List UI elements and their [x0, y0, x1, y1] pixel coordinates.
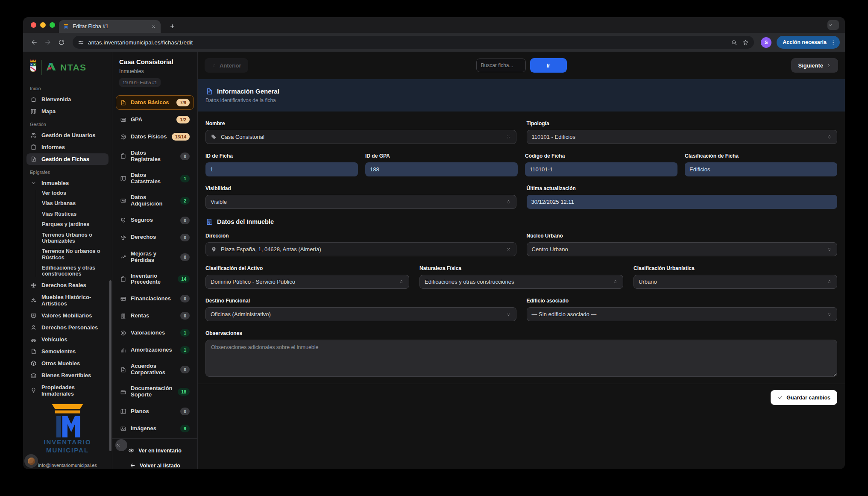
record-tab-seguros[interactable]: Seguros0 — [116, 213, 194, 228]
clasificacion-activo-select[interactable]: Dominio Público - Servicio Público — [205, 275, 409, 289]
sidebar-subitem-terrenos-no-urbanos-o-rusticos[interactable]: Terrenos No urbanos o Rústicos — [42, 248, 103, 261]
edificio-asociado-select[interactable]: — Sin edificio asociado — — [527, 307, 838, 321]
profile-avatar[interactable]: S — [761, 37, 771, 48]
record-tab-valoraciones[interactable]: Valoraciones1 — [116, 326, 194, 340]
cookie-icon — [28, 458, 35, 465]
sidebar-subitem-vias-urbanas[interactable]: Vías Urbanas — [42, 200, 103, 206]
home-icon — [30, 96, 37, 103]
save-button[interactable]: Guardar cambios — [771, 390, 837, 405]
address-bar[interactable]: antas.inventariomunicipal.es/fichas/1/ed… — [73, 36, 754, 49]
record-tab-financiaciones[interactable]: Financiaciones0 — [116, 291, 194, 306]
sidebar-item-mapa[interactable]: Mapa — [26, 106, 108, 117]
sidebar-subitem-ver-todos[interactable]: Ver todos — [42, 190, 103, 196]
back-button[interactable] — [28, 36, 40, 48]
naturaleza-fisica-select[interactable]: Edificaciones y otras construcciones — [419, 275, 623, 289]
site-info-icon[interactable] — [78, 39, 84, 46]
record-navigation-bar: Anterior Ir Siguiente — [198, 52, 845, 79]
sidebar-subitem-vias-rusticas[interactable]: Vías Rústicas — [42, 211, 103, 217]
go-button[interactable]: Ir — [530, 58, 567, 73]
record-tab-rentas[interactable]: Rentas0 — [116, 308, 194, 323]
sidebar-item-informes[interactable]: Informes — [26, 141, 108, 153]
panel-action-ver-en-inventario[interactable]: Ver en Inventario — [128, 447, 182, 454]
sidebar-item-valores-mobiliarios[interactable]: Valores Mobiliarios — [26, 310, 108, 321]
direccion-input[interactable]: Plaza España, 1, 04628, Antas (Almería) — [205, 242, 516, 256]
clear-nombre-icon[interactable] — [506, 134, 511, 140]
panel-action-volver-al-listado[interactable]: Volver al listado — [129, 462, 180, 469]
action-needed-button[interactable]: Acción necesaria — [777, 36, 840, 49]
previous-record-button[interactable]: Anterior — [205, 58, 248, 73]
sidebar-subitem-edificaciones-y-otras-construcciones[interactable]: Edificaciones y otras construcciones — [42, 265, 103, 277]
new-tab-button[interactable] — [167, 21, 177, 31]
record-tab-datos-basicos[interactable]: Datos Básicos7/9 — [116, 95, 194, 110]
browser-menu-icon[interactable] — [830, 39, 836, 46]
sidebar-item-gestion-de-usuarios[interactable]: Gestión de Usuarios — [26, 129, 108, 141]
collapse-panel-button[interactable] — [115, 439, 127, 451]
record-tab-documentacion-soporte[interactable]: Documentación Soporte18 — [116, 382, 194, 402]
record-tab-acuerdos-corporativos[interactable]: Acuerdos Corporativos0 — [116, 360, 194, 379]
record-tab-label: Datos Catastrales — [131, 172, 176, 185]
sidebar-item-vehiculos[interactable]: Vehículos — [26, 334, 108, 345]
sidebar-item-label: Informes — [41, 144, 65, 150]
sidebar-item-gestion-de-fichas[interactable]: Gestión de Fichas — [26, 153, 108, 165]
map-pin-icon — [211, 246, 217, 252]
sidebar-item-derechos-reales[interactable]: Derechos Reales — [26, 279, 108, 291]
footer-logo-text-2: MUNICIPAL — [46, 446, 89, 455]
record-tab-amortizaciones[interactable]: Amortizaciones1 — [116, 343, 194, 357]
sidebar-item-semovientes[interactable]: Semovientes — [26, 346, 108, 357]
sidebar-item-inmuebles[interactable]: Inmuebles — [26, 177, 108, 189]
record-tab-count-badge: 2 — [180, 197, 190, 205]
record-tab-planos[interactable]: Planos0 — [116, 404, 194, 419]
record-tab-datos-catastrales[interactable]: Datos Catastrales1 — [116, 169, 194, 188]
tab-search-chevron-icon[interactable] — [827, 20, 839, 30]
cookie-settings-button[interactable] — [24, 454, 38, 468]
browser-tab[interactable]: Editar Ficha #1 — [59, 20, 161, 33]
panel-action-label: Ver en Inventario — [138, 448, 182, 454]
record-tab-derechos[interactable]: Derechos0 — [116, 230, 194, 245]
observaciones-textarea[interactable] — [205, 340, 837, 377]
nombre-input[interactable]: Casa Consistorial — [205, 130, 516, 144]
maximize-window-button[interactable] — [50, 22, 55, 28]
ultima-actualizacion-field: 30/12/2025 12:11 — [527, 195, 838, 209]
minimize-window-button[interactable] — [40, 22, 46, 28]
chev-down-icon — [30, 180, 37, 186]
chevrons-up-down-icon — [827, 279, 832, 285]
sidebar-item-bienes-revertibles[interactable]: Bienes Revertibles — [26, 370, 108, 381]
record-tab-imagenes[interactable]: Imágenes9 — [116, 421, 194, 436]
destino-funcional-select[interactable]: Oficinas (Administrativo) — [205, 307, 516, 321]
forward-button[interactable] — [42, 36, 54, 48]
close-window-button[interactable] — [31, 22, 36, 28]
visibilidad-select[interactable]: Visible — [205, 195, 516, 209]
tab-close-icon[interactable] — [151, 24, 156, 29]
sidebar-item-derechos-personales[interactable]: Derechos Personales — [26, 322, 108, 333]
sidebar-subitem-terrenos-urbanos-o-urbanizables[interactable]: Terrenos Urbanos o Urbanizables — [42, 232, 103, 244]
sidebar-item-bienvenida[interactable]: Bienvenida — [26, 94, 108, 105]
record-tab-datos-registrales[interactable]: Datos Registrales0 — [116, 147, 194, 166]
record-tab-datos-adquisicion[interactable]: Datos Adquisición2 — [116, 191, 194, 211]
sidebar-item-label: Vehículos — [41, 336, 67, 343]
id-ficha-field: 1 — [205, 162, 358, 176]
clasificacion-urbanistica-select[interactable]: Urbano — [633, 275, 837, 289]
record-tab-inventario-precedente[interactable]: Inventario Precedente14 — [116, 270, 194, 289]
clear-direccion-icon[interactable] — [506, 247, 511, 252]
next-record-button[interactable]: Siguiente — [791, 58, 838, 73]
sidebar-subitem-parques-y-jardines[interactable]: Parques y jardines — [42, 221, 103, 227]
reload-button[interactable] — [56, 36, 67, 48]
tag-icon — [211, 134, 217, 140]
zoom-icon[interactable] — [731, 39, 737, 46]
record-tab-label: Datos Registrales — [131, 150, 176, 163]
record-tab-mejoras-y-perdidas[interactable]: Mejoras y Pérdidas0 — [116, 247, 194, 267]
record-tab-gpa[interactable]: GPA1/2 — [116, 112, 194, 127]
sidebar-item-muebles-historico-artisticos[interactable]: Muebles Histórico-Artísticos — [26, 291, 108, 309]
chevrons-up-down-icon — [827, 311, 832, 317]
record-tab-datos-fisicos[interactable]: Datos Físicos13/14 — [116, 129, 194, 144]
sidebar-item-otros-muebles[interactable]: Otros Muebles — [26, 358, 108, 369]
im-logo-icon — [45, 402, 90, 438]
field-observaciones: Observaciones — [205, 330, 837, 379]
search-ficha-input[interactable] — [476, 59, 526, 72]
tipologia-select[interactable]: 110101 - Edificios — [527, 130, 838, 144]
nucleo-urbano-select[interactable]: Centro Urbano — [527, 242, 838, 256]
record-tab-count-badge: 1/2 — [176, 116, 190, 123]
bookmark-star-icon[interactable] — [742, 39, 749, 46]
sidebar-scrollbar[interactable] — [109, 280, 111, 451]
sidebar-item-propiedades-inmateriales[interactable]: Propiedades Inmateriales — [26, 382, 108, 399]
